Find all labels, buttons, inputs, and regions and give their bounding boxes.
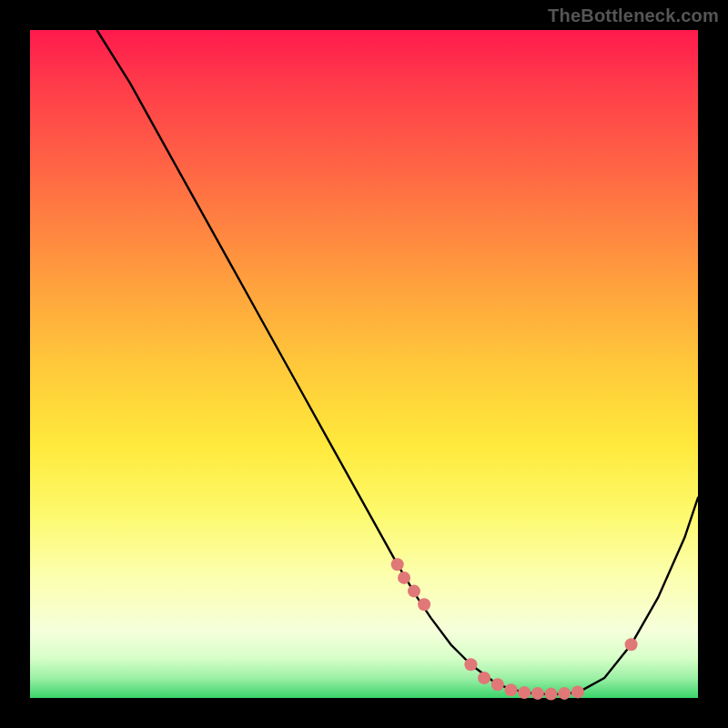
highlight-marker xyxy=(505,683,518,696)
highlight-marker xyxy=(518,686,531,699)
highlight-marker xyxy=(478,672,490,684)
highlight-marker xyxy=(625,638,638,651)
highlight-marker xyxy=(391,558,404,571)
highlight-marker xyxy=(398,571,410,584)
highlight-marker xyxy=(531,687,544,700)
chart-overlay xyxy=(30,30,698,698)
plot-area xyxy=(30,30,698,698)
highlight-marker xyxy=(491,678,504,691)
highlight-marker xyxy=(545,688,558,701)
highlight-marker xyxy=(418,598,430,611)
highlight-marker xyxy=(571,685,584,698)
highlight-marker xyxy=(558,687,571,700)
watermark-text: TheBottleneck.com xyxy=(548,5,719,26)
highlight-marker xyxy=(464,658,477,671)
highlight-marker xyxy=(408,585,420,598)
chart-frame: TheBottleneck.com xyxy=(0,0,728,728)
bottleneck-curve xyxy=(96,30,698,694)
